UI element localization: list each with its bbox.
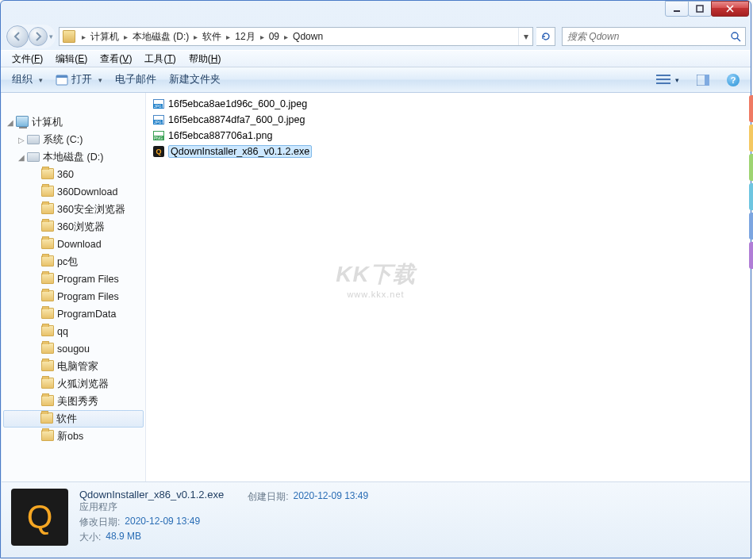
tree-folder[interactable]: 360Download [2,183,145,201]
file-item[interactable]: QQdownInstaller_x86_v0.1.2.exe [149,144,747,159]
folder-icon [41,360,54,371]
open-button[interactable]: 打开 [49,71,109,89]
tree-folder[interactable]: 新obs [2,428,145,445]
tree-folder[interactable]: 软件 [3,410,144,428]
tree-folder[interactable]: 电脑管家 [2,358,145,375]
folder-icon [41,221,54,232]
breadcrumb-seg[interactable]: 本地磁盘 (D:) [131,30,190,44]
tree-folder[interactable]: 360安全浏览器 [2,201,145,218]
details-pane: Q QdownInstaller_x86_v0.1.2.exe 应用程序 修改日… [2,481,750,557]
email-button[interactable]: 电子邮件 [109,71,163,89]
collapse-icon[interactable]: ◢ [5,117,16,128]
drive-icon [27,135,40,144]
tree-folder[interactable]: Download [2,236,145,253]
folder-icon [41,430,54,441]
history-dropdown-icon[interactable]: ▾ [48,33,55,40]
menu-view[interactable]: 查看(V) [94,51,138,67]
menu-tools[interactable]: 工具(T) [138,51,182,67]
details-created: 2020-12-09 13:49 [293,490,368,504]
details-filetype: 应用程序 [79,501,224,514]
svg-rect-4 [56,75,67,78]
breadcrumb-seg[interactable]: 12月 [233,30,256,44]
folder-icon [41,343,54,354]
breadcrumb-dropdown-icon[interactable]: ▾ [518,28,532,45]
file-item[interactable]: 16f5ebca887706a1.png [149,128,747,144]
view-mode-button[interactable]: ▾ [650,72,686,88]
folder-icon [41,186,54,197]
tree-folder[interactable]: 360浏览器 [2,218,145,236]
png-icon [153,131,164,140]
search-input[interactable] [563,31,726,42]
svg-rect-6 [705,75,709,86]
search-icon[interactable] [726,31,745,42]
preview-pane-icon [697,75,709,86]
main-area: ◢计算机 ▷系统 (C:) ◢本地磁盘 (D:) 360360Download3… [2,93,750,481]
breadcrumb-seg[interactable]: Qdown [291,31,325,42]
chevron-right-icon[interactable]: ▸ [79,33,89,41]
edge-tab[interactable] [749,183,753,210]
chevron-right-icon[interactable]: ▸ [257,33,267,41]
tree-folder[interactable]: Program Files [2,288,145,305]
file-item[interactable]: 16f5ebca8874dfa7_600_0.jpeg [149,112,747,128]
tree-drive-c[interactable]: ▷系统 (C:) [2,131,145,148]
maximize-button[interactable] [688,1,712,17]
tree-folder[interactable]: qq [2,323,145,340]
drive-icon [27,152,40,162]
close-button[interactable] [711,1,749,17]
expand-icon[interactable]: ▷ [16,134,27,145]
q-logo-icon: Q [27,498,53,536]
edge-tab[interactable] [749,154,753,181]
search-box [562,27,746,46]
preview-pane-button[interactable] [690,72,716,88]
folder-icon [41,395,54,406]
chevron-right-icon[interactable]: ▸ [190,33,201,41]
breadcrumb-seg[interactable]: 计算机 [89,30,121,44]
folder-icon [41,168,54,179]
exe-icon: Q [153,146,164,157]
tree-folder[interactable]: 火狐浏览器 [2,375,145,393]
watermark: KK下载 www.kkx.net [336,259,415,299]
minimize-button[interactable] [665,1,689,17]
refresh-button[interactable] [536,27,555,46]
tree-folder[interactable]: 美图秀秀 [2,393,145,410]
organize-button[interactable]: 组织 [6,71,49,89]
details-created-label: 创建日期: [248,490,288,504]
back-button[interactable] [6,25,29,48]
menubar: 文件(F) 编辑(E) 查看(V) 工具(T) 帮助(H) [1,50,751,67]
edge-tab[interactable] [749,95,753,122]
edge-tab[interactable] [749,125,753,152]
menu-file[interactable]: 文件(F) [6,51,49,67]
folder-icon [41,203,54,214]
folder-icon [41,238,54,249]
breadcrumb-seg[interactable]: 软件 [201,30,223,44]
nav-buttons: ▾ [6,25,56,48]
edge-tab[interactable] [749,242,753,269]
list-view-icon [656,75,670,86]
menu-help[interactable]: 帮助(H) [182,51,228,67]
chevron-right-icon[interactable]: ▸ [223,33,233,41]
breadcrumb-seg[interactable]: 09 [267,31,281,42]
edge-tab[interactable] [749,213,753,240]
tree-folder[interactable]: pc包 [2,253,145,270]
details-filename: QdownInstaller_x86_v0.1.2.exe [79,489,224,501]
tree-computer[interactable]: ◢计算机 [2,113,145,131]
tree-drive-d[interactable]: ◢本地磁盘 (D:) [2,148,145,166]
tree-folder[interactable]: 360 [2,166,145,183]
explorer-window: ▾ ▸ 计算机▸ 本地磁盘 (D:)▸ 软件▸ 12月▸ 09▸ Qdown ▾… [0,0,751,558]
tree-folder[interactable]: ProgramData [2,305,145,323]
chevron-right-icon[interactable]: ▸ [281,33,291,41]
jpeg-icon [153,115,164,125]
forward-button[interactable] [29,27,48,46]
help-button[interactable]: ? [720,71,746,89]
collapse-icon[interactable]: ◢ [16,152,27,163]
chevron-right-icon[interactable]: ▸ [121,33,131,41]
file-list[interactable]: 16f5ebca8ae1d96c_600_0.jpeg16f5ebca8874d… [146,93,750,481]
breadcrumb-bar[interactable]: ▸ 计算机▸ 本地磁盘 (D:)▸ 软件▸ 12月▸ 09▸ Qdown ▾ [59,27,533,46]
right-edge-tabs [749,95,753,269]
tree-folder[interactable]: sougou [2,340,145,358]
file-item[interactable]: 16f5ebca8ae1d96c_600_0.jpeg [149,96,747,112]
tree-folder[interactable]: Program Files [2,270,145,288]
menu-edit[interactable]: 编辑(E) [49,51,94,67]
address-row: ▾ ▸ 计算机▸ 本地磁盘 (D:)▸ 软件▸ 12月▸ 09▸ Qdown ▾ [1,23,751,50]
new-folder-button[interactable]: 新建文件夹 [163,71,227,89]
